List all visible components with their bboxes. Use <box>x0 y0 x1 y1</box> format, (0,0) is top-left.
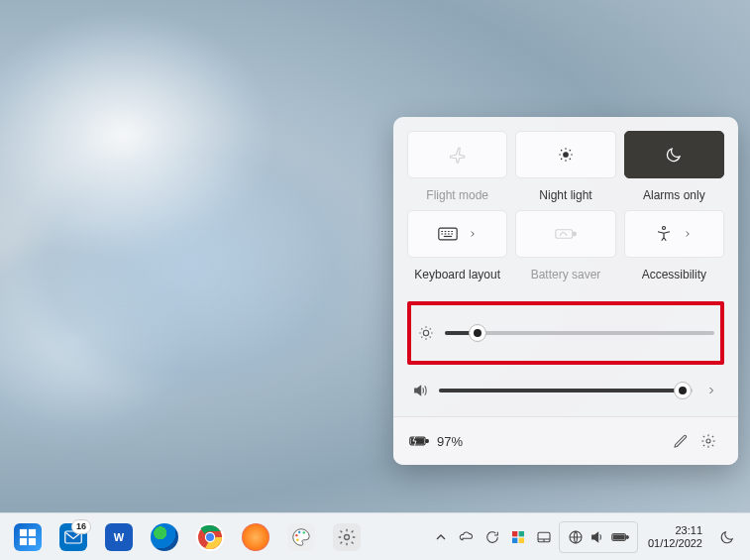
taskbar-mail[interactable]: 16 <box>54 517 93 557</box>
night-light-label: Night light <box>539 188 591 204</box>
taskbar-firefox[interactable] <box>236 517 275 557</box>
gear-icon <box>700 433 716 449</box>
tray-sync-icon[interactable] <box>482 517 503 557</box>
word-icon: W <box>105 523 133 551</box>
taskbar-edge[interactable] <box>145 517 184 557</box>
desktop: Flight mode Night light Alarms only <box>0 0 750 560</box>
svg-line-27 <box>421 328 422 329</box>
svg-rect-37 <box>20 537 27 544</box>
alarms-only-tile[interactable] <box>624 131 724 178</box>
volume-slider-thumb[interactable] <box>674 382 692 399</box>
keyboard-icon <box>438 227 458 241</box>
volume-icon <box>411 383 429 398</box>
svg-rect-20 <box>574 232 577 235</box>
chevron-right-icon <box>468 229 478 239</box>
svg-line-8 <box>570 150 571 151</box>
battery-percent: 97% <box>437 434 463 449</box>
taskbar-word[interactable]: W <box>99 517 139 557</box>
alarms-only-label: Alarms only <box>643 188 705 204</box>
svg-point-44 <box>298 530 300 532</box>
tray-network-sound-battery[interactable] <box>559 521 638 553</box>
svg-point-46 <box>296 538 298 540</box>
svg-rect-35 <box>20 528 27 535</box>
svg-point-34 <box>706 439 710 443</box>
battery-saver-icon <box>555 227 577 241</box>
svg-point-43 <box>295 533 297 535</box>
night-light-tile[interactable] <box>515 131 615 178</box>
svg-rect-38 <box>29 537 36 544</box>
svg-rect-48 <box>512 531 517 536</box>
svg-rect-50 <box>512 537 517 542</box>
firefox-icon <box>242 523 269 551</box>
system-tray: 23:11 01/12/2022 <box>430 517 742 557</box>
quick-settings-panel: Flight mode Night light Alarms only <box>393 117 738 465</box>
sound-icon <box>589 529 605 545</box>
svg-line-7 <box>561 159 562 160</box>
accessibility-label: Accessibility <box>642 268 706 283</box>
svg-line-30 <box>430 328 431 329</box>
volume-slider-row <box>407 375 724 406</box>
svg-rect-19 <box>556 230 573 238</box>
volume-slider[interactable] <box>439 389 693 392</box>
night-light-icon <box>557 146 575 164</box>
tray-onedrive-icon[interactable] <box>456 517 478 557</box>
accessibility-icon <box>655 225 673 243</box>
tray-overflow-button[interactable] <box>430 517 452 557</box>
taskbar-notifications-button[interactable] <box>712 517 742 557</box>
quick-settings-footer: 97% <box>393 416 738 465</box>
settings-app-icon <box>333 523 361 551</box>
taskbar-start-button[interactable] <box>8 517 48 557</box>
svg-rect-32 <box>426 439 428 442</box>
pencil-icon <box>673 433 689 449</box>
language-icon <box>568 529 584 545</box>
svg-line-5 <box>561 150 562 151</box>
svg-line-28 <box>430 337 431 338</box>
battery-saver-tile[interactable] <box>515 210 615 258</box>
taskbar: 16 W <box>0 512 750 560</box>
edit-quick-settings-button[interactable] <box>667 427 695 455</box>
accessibility-tile[interactable] <box>624 210 724 258</box>
tray-touchpad-icon[interactable] <box>533 517 555 557</box>
svg-point-22 <box>423 330 428 335</box>
edge-icon <box>151 523 178 551</box>
flight-mode-tile[interactable] <box>407 131 507 178</box>
brightness-icon <box>417 325 435 341</box>
keyboard-layout-label: Keyboard layout <box>414 268 500 283</box>
battery-status[interactable]: 97% <box>409 434 463 449</box>
volume-expand-button[interactable] <box>702 385 720 396</box>
svg-rect-57 <box>626 535 628 538</box>
mail-badge: 16 <box>71 519 91 534</box>
paint-icon <box>287 523 315 551</box>
keyboard-layout-tile[interactable] <box>407 210 507 258</box>
chevron-right-icon <box>683 229 693 239</box>
svg-point-0 <box>564 153 569 158</box>
moon-icon <box>665 146 683 164</box>
svg-point-47 <box>345 534 350 539</box>
svg-rect-49 <box>519 531 524 536</box>
wallpaper-bloom <box>0 0 396 496</box>
windows-logo-icon <box>14 523 42 551</box>
battery-saver-label: Battery saver <box>531 268 601 283</box>
brightness-slider-row <box>407 301 724 365</box>
focus-moon-icon <box>719 529 735 545</box>
taskbar-clock[interactable]: 23:11 01/12/2022 <box>642 524 708 550</box>
tray-security-icon[interactable] <box>507 517 529 557</box>
svg-point-45 <box>303 531 305 533</box>
taskbar-paint[interactable] <box>281 517 321 557</box>
brightness-slider-thumb[interactable] <box>469 324 486 342</box>
svg-line-6 <box>570 159 571 160</box>
svg-rect-36 <box>29 528 36 535</box>
taskbar-chrome[interactable] <box>190 517 230 557</box>
open-settings-button[interactable] <box>695 427 722 455</box>
brightness-slider[interactable] <box>445 331 714 335</box>
svg-point-42 <box>206 533 214 541</box>
battery-icon <box>409 435 429 447</box>
quick-settings-grid: Flight mode Night light Alarms only <box>407 131 724 283</box>
svg-rect-51 <box>519 537 524 542</box>
svg-point-21 <box>663 227 666 230</box>
clock-time: 23:11 <box>648 524 702 537</box>
clock-date: 01/12/2022 <box>648 537 702 550</box>
chrome-icon <box>196 523 224 551</box>
battery-tray-icon <box>611 531 629 543</box>
taskbar-settings[interactable] <box>327 517 367 557</box>
